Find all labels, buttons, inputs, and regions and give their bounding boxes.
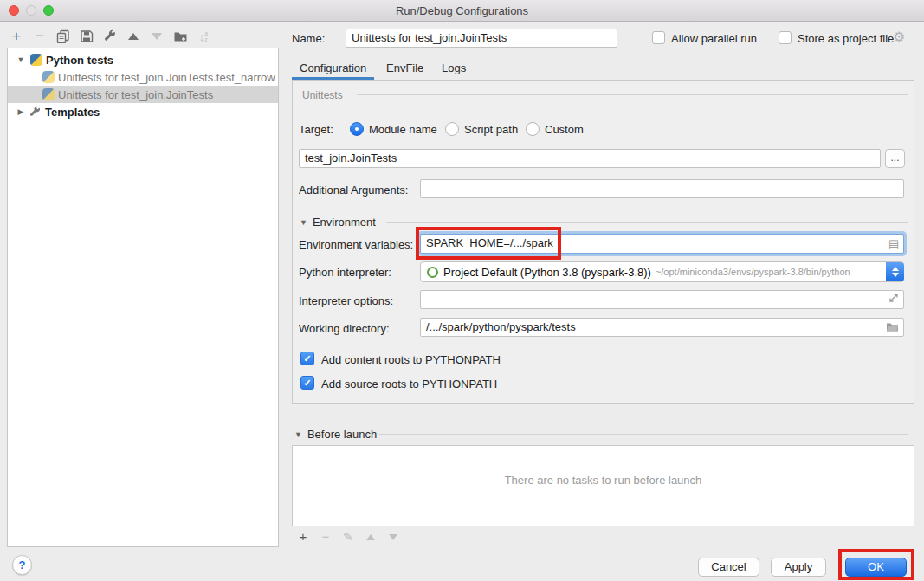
radio-custom[interactable] [526,122,540,136]
tree-node-label: Unittests for test_join.JoinTests [58,88,213,101]
tab-envfile[interactable]: EnvFile [386,61,423,74]
configurations-toolbar: + − ↓az [9,27,211,46]
interpreter-options-label: Interpreter options: [299,294,393,307]
module-name-input[interactable]: test_join.JoinTests [299,149,881,168]
python-test-icon [42,71,55,83]
cancel-button[interactable]: Cancel [698,558,759,577]
remove-configuration-icon[interactable]: − [32,29,48,44]
before-launch-empty-text: There are no tasks to run before launch [293,474,914,487]
environment-section-header[interactable]: ▼ Environment [300,216,376,229]
radio-module-name-label[interactable]: Module name [369,123,437,136]
name-label: Name: [292,32,325,45]
browse-module-button[interactable]: ... [885,149,905,168]
radio-script-path-label[interactable]: Script path [464,123,518,136]
store-as-project-file-label[interactable]: Store as project file [798,32,894,45]
interpreter-value: Project Default (Python 3.8 (pyspark-3.8… [443,266,651,279]
radio-module-name[interactable] [350,122,364,136]
tab-logs[interactable]: Logs [442,61,466,74]
sort-configurations-icon: ↓az [196,29,211,44]
python-tests-icon [30,54,42,66]
ok-button[interactable]: OK [845,558,907,577]
before-launch-toolbar: + − ✎ [297,530,399,544]
interpreter-path: ~/opt/miniconda3/envs/pyspark-3.8/bin/py… [656,267,903,277]
additional-arguments-input[interactable] [420,179,904,198]
tree-node-label: Unittests for test_join.JoinTests.test_n… [58,71,275,84]
run-debug-configurations-dialog: Run/Debug Configurations + − ↓az ▼ Pytho… [0,0,924,581]
working-directory-input[interactable]: /.../spark/python/pyspark/tests [420,318,904,337]
section-separator [379,434,908,435]
add-task-icon[interactable]: + [297,530,309,544]
edit-task-icon: ✎ [342,530,354,544]
edit-environment-variables-icon[interactable]: ▤ [888,237,899,250]
chevron-down-icon[interactable]: ▼ [16,55,25,64]
title-bar[interactable]: Run/Debug Configurations [0,0,924,22]
window-title: Run/Debug Configurations [0,4,924,17]
store-as-project-file-checkbox[interactable] [779,31,792,44]
tree-node-label: Python tests [46,54,113,67]
chevron-down-icon[interactable]: ▼ [300,218,307,227]
add-content-roots-checkbox[interactable]: ✓ [300,352,314,365]
gear-icon[interactable]: ⚙ [893,29,905,45]
radio-custom-label[interactable]: Custom [545,123,584,136]
allow-parallel-run-label[interactable]: Allow parallel run [671,32,757,45]
tree-node-jointests-selected[interactable]: Unittests for test_join.JoinTests [8,86,278,103]
add-content-roots-label[interactable]: Add content roots to PYTHONPATH [321,353,501,366]
group-separator [357,94,908,95]
environment-section-label: Environment [313,216,376,229]
name-input[interactable]: Unittests for test_join.JoinTests [346,29,617,48]
chevron-right-icon[interactable]: ▶ [16,107,25,116]
before-launch-label: Before launch [307,428,377,441]
target-label: Target: [299,123,333,136]
move-down-icon [149,29,165,44]
environment-variables-input[interactable]: SPARK_HOME=/.../spark [420,234,904,254]
folder-browse-icon[interactable] [886,321,899,332]
edit-templates-wrench-icon[interactable] [102,29,118,44]
move-task-down-icon [387,530,399,544]
add-configuration-icon[interactable]: + [9,29,24,44]
interpreter-stepper-icon[interactable] [886,262,904,281]
tab-configuration[interactable]: Configuration [300,61,366,74]
working-directory-label: Working directory: [299,322,390,335]
add-source-roots-checkbox[interactable]: ✓ [300,376,314,390]
tree-node-label: Templates [45,106,100,119]
python-interpreter-label: Python interpreter: [299,266,391,279]
move-task-up-icon [365,530,377,544]
interpreter-options-input[interactable] [420,290,904,309]
before-launch-task-list[interactable]: There are no tasks to run before launch [292,445,914,526]
tree-node-python-tests[interactable]: ▼ Python tests [8,51,278,68]
chevron-down-icon[interactable]: ▼ [294,430,302,439]
copy-configuration-icon[interactable] [55,29,71,44]
apply-button[interactable]: Apply [771,558,826,577]
allow-parallel-run-checkbox[interactable] [652,31,665,44]
python-test-icon [42,88,55,100]
before-launch-section-header[interactable]: ▼ Before launch [294,428,377,441]
environment-variables-label: Environment variables: [299,238,413,251]
python-interpreter-select[interactable]: Project Default (Python 3.8 (pyspark-3.8… [420,261,904,282]
add-source-roots-label[interactable]: Add source roots to PYTHONPATH [321,378,497,391]
save-configuration-icon[interactable] [79,29,94,44]
tree-node-templates[interactable]: ▶ Templates [8,103,278,120]
expand-field-icon[interactable] [888,293,899,303]
new-folder-icon[interactable] [172,29,188,44]
conda-environment-icon [427,267,438,278]
radio-script-path[interactable] [445,122,459,136]
additional-arguments-label: Additional Arguments: [299,184,408,197]
help-button[interactable]: ? [12,555,32,575]
section-separator [386,222,908,223]
unittests-group-label: Unittests [302,89,343,101]
tree-node-test-narrow[interactable]: Unittests for test_join.JoinTests.test_n… [8,68,278,86]
templates-wrench-icon [29,106,42,119]
move-up-icon[interactable] [126,29,141,44]
configurations-tree[interactable]: ▼ Python tests Unittests for test_join.J… [7,48,279,547]
remove-task-icon: − [320,530,332,544]
